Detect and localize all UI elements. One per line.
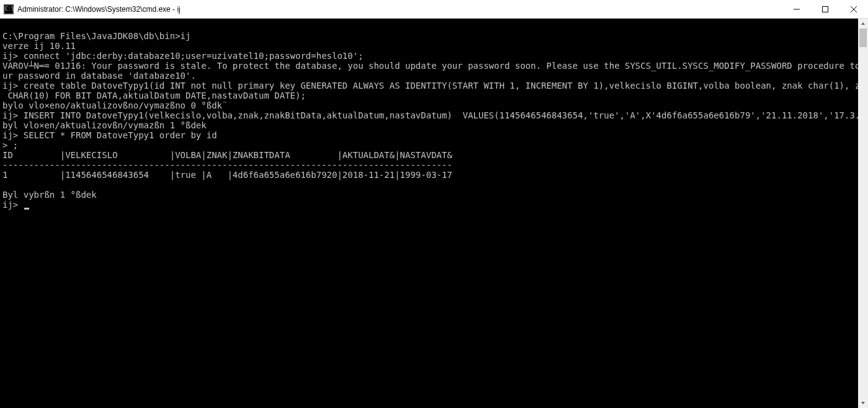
cursor [24, 208, 29, 210]
terminal-line: 1 |1145646546843654 |true |A |4d6f6a655a… [2, 170, 858, 180]
window-title: Administrator: C:\Windows\System32\cmd.e… [17, 5, 782, 14]
vertical-scrollbar[interactable] [858, 19, 868, 408]
terminal-line: ij> [2, 200, 858, 210]
svg-marker-8 [861, 402, 865, 404]
terminal-line: ij> SELECT * FROM DatoveTypy1 order by i… [2, 130, 858, 140]
svg-marker-7 [861, 22, 865, 25]
terminal-line: byl vlo×en/aktualizovßn/vymazßn 1 °ßdek [2, 120, 858, 130]
svg-rect-4 [823, 6, 828, 12]
terminal-line: CHAR(10) FOR BIT DATA,aktualDatum DATE,n… [2, 91, 858, 100]
close-button[interactable] [839, 0, 868, 18]
window-controls [782, 0, 868, 18]
terminal-line: C:\Program Files\JavaJDK08\db\bin>ij [2, 31, 858, 41]
terminal-line: ID |VELKECISLO |VOLBA|ZNAK|ZNAKBITDATA |… [2, 150, 858, 160]
scroll-up-button[interactable] [858, 19, 868, 29]
terminal-line: bylo vlo×eno/aktualizovßno/vymazßno 0 °ß… [2, 100, 858, 110]
minimize-button[interactable] [782, 0, 811, 18]
terminal-output[interactable]: C:\Program Files\JavaJDK08\db\bin>ijverz… [0, 19, 858, 408]
maximize-button[interactable] [811, 0, 839, 18]
terminal-line: Byl vybrßn 1 °ßdek [2, 190, 858, 200]
terminal-line: > ; [2, 140, 858, 150]
scroll-down-button[interactable] [858, 398, 868, 408]
svg-text:C:\: C:\ [5, 6, 14, 12]
terminal-line [2, 180, 858, 190]
cmd-icon: C:\ [4, 4, 14, 14]
scrollbar-thumb[interactable] [859, 29, 867, 47]
terminal-area: C:\Program Files\JavaJDK08\db\bin>ijverz… [0, 19, 868, 408]
terminal-line: verze ij 10.11 [2, 41, 858, 51]
terminal-line [2, 21, 858, 31]
window-titlebar: C:\ Administrator: C:\Windows\System32\c… [0, 0, 868, 19]
terminal-line: ur password in database 'databaze10'. [2, 71, 858, 81]
terminal-line: ----------------------------------------… [2, 160, 858, 170]
terminal-line: VAROV┴N═= 01J16: Your password is stale.… [2, 61, 858, 71]
terminal-line: ij> INSERT INTO DatoveTypy1(velkecislo,v… [2, 110, 858, 120]
terminal-line: ij> create table DatoveTypy1(id INT not … [2, 81, 858, 91]
scrollbar-track[interactable] [858, 29, 868, 398]
terminal-line: ij> connect 'jdbc:derby:databaze10;user=… [2, 51, 858, 61]
